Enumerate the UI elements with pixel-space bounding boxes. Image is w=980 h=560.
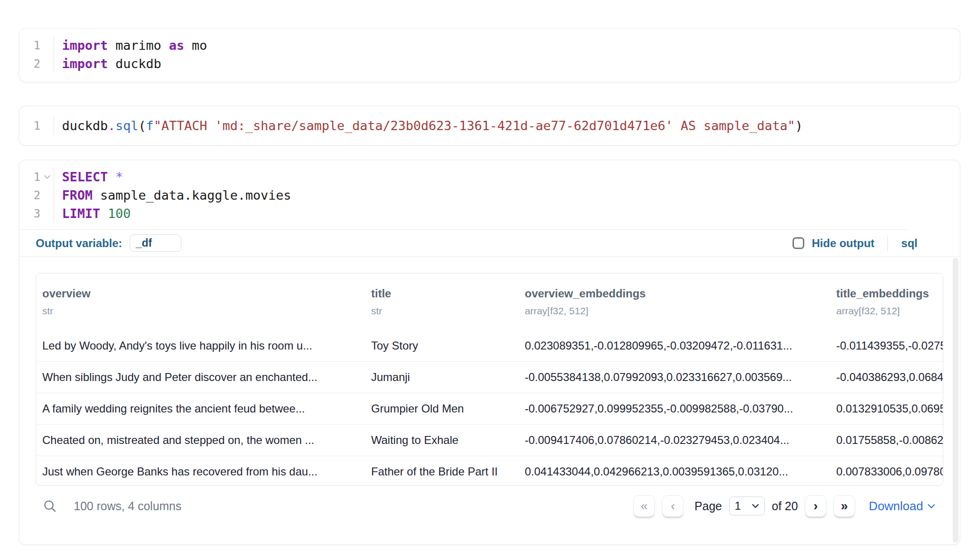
previous-page-button[interactable]: ‹	[662, 495, 684, 517]
table-cell: -0.006752927,0.099952355,-0.009982588,-0…	[519, 393, 830, 424]
table-row: Just when George Banks has recovered fro…	[36, 456, 943, 486]
line-number: 3	[34, 207, 40, 220]
page-of-label: of 20	[772, 499, 798, 513]
table-cell: A family wedding reignites the ancient f…	[36, 393, 365, 424]
table-cell: Cheated on, mistreated and stepped on, t…	[36, 425, 365, 456]
download-button[interactable]: Download	[869, 499, 935, 513]
table-cell: 0.023089351,-0.012809965,-0.03209472,-0.…	[519, 330, 830, 361]
page-select[interactable]: 1	[729, 497, 765, 515]
table-cell: Father of the Bride Part II	[365, 456, 519, 486]
code-token: LIMIT	[62, 206, 100, 221]
code-line: 2 import duckdb	[19, 54, 960, 73]
line-number: 2	[34, 189, 40, 202]
code-line: 1 duckdb.sql(f"ATTACH 'md:_share/sample_…	[19, 117, 960, 135]
sql-cell: 1 SELECT * 2 FROM sample_data.kaggle.mov…	[19, 160, 960, 545]
column-header-title-embeddings[interactable]: title_embeddings array[f32, 512]	[830, 287, 943, 330]
table-cell: -0.040386293,0.068451	[830, 362, 943, 393]
gutter: 1	[19, 36, 54, 54]
column-header-overview-embeddings[interactable]: overview_embeddings array[f32, 512]	[519, 287, 830, 330]
table-cell: 0.041433044,0.042966213,0.0039591365,0.0…	[519, 456, 830, 486]
table-row: Cheated on, mistreated and stepped on, t…	[36, 424, 943, 456]
line-number: 1	[34, 171, 40, 184]
code-line: 1 import marimo as mo	[19, 36, 960, 54]
chevron-down-icon	[752, 504, 759, 508]
table-cell: -0.009417406,0.07860214,-0.023279453,0.0…	[519, 425, 830, 456]
gutter: 1	[19, 168, 54, 186]
code-token: .	[108, 118, 116, 133]
table-cell: -0.0055384138,0.07992093,0.023316627,0.0…	[519, 362, 830, 393]
last-page-button[interactable]: »	[833, 495, 855, 517]
table-cell: Waiting to Exhale	[365, 425, 519, 456]
code-token: SELECT	[62, 170, 108, 184]
hide-output-checkbox[interactable]	[793, 237, 804, 249]
hide-output-label: Hide output	[812, 237, 874, 250]
column-header-title[interactable]: title str	[365, 287, 519, 330]
column-name: overview_embeddings	[525, 287, 830, 301]
column-type: str	[42, 305, 365, 317]
code-token: import	[62, 56, 108, 71]
code-editor[interactable]: 1 SELECT * 2 FROM sample_data.kaggle.mov…	[19, 160, 960, 223]
fold-chevron[interactable]	[40, 175, 54, 179]
code-token: sql	[116, 118, 139, 133]
code-editor[interactable]: 1 import marimo as mo 2 import duckdb	[19, 29, 960, 73]
output-variable-input[interactable]: _df	[130, 234, 181, 252]
gutter: 2	[19, 54, 54, 73]
gutter: 1	[19, 117, 54, 135]
code-token: marimo	[108, 38, 169, 53]
code-text: LIMIT 100	[54, 206, 131, 221]
page-select-value: 1	[735, 499, 741, 513]
table-cell: 0.0132910535,0.069581	[830, 393, 943, 424]
output-variable-label: Output variable:	[36, 237, 122, 250]
next-page-button[interactable]: ›	[805, 495, 826, 517]
code-text: import duckdb	[54, 56, 161, 71]
table-cell: Grumpier Old Men	[365, 393, 519, 424]
search-icon[interactable]	[43, 499, 57, 513]
code-line: 3 LIMIT 100	[19, 204, 960, 223]
code-text: import marimo as mo	[54, 38, 207, 53]
table-cell: 0.01755858,-0.00862867	[830, 425, 943, 456]
code-token: f	[146, 118, 154, 133]
code-token: sample_data.kaggle.movies	[93, 188, 291, 202]
sql-toolbar: Output variable: _df Hide output sql	[19, 230, 960, 257]
table-cell: Jumanji	[365, 362, 519, 393]
vertical-scrollbar[interactable]	[953, 258, 958, 543]
code-text: SELECT *	[54, 170, 123, 184]
first-page-button[interactable]: «	[633, 495, 655, 517]
summary-group: 100 rows, 4 columns	[43, 499, 181, 513]
column-header-overview[interactable]: overview str	[36, 287, 365, 330]
code-editor[interactable]: 1 duckdb.sql(f"ATTACH 'md:_share/sample_…	[19, 106, 960, 135]
pagination: « ‹ Page 1 of 20 › » Download	[633, 495, 935, 517]
column-name: overview	[42, 287, 365, 301]
code-line: 2 FROM sample_data.kaggle.movies	[19, 186, 960, 204]
code-text: FROM sample_data.kaggle.movies	[54, 188, 291, 202]
output-variable-value: _df	[136, 237, 152, 249]
line-number: 2	[34, 57, 40, 70]
language-label[interactable]: sql	[901, 237, 918, 250]
row-count-summary: 100 rows, 4 columns	[74, 499, 181, 513]
code-text: duckdb.sql(f"ATTACH 'md:_share/sample_da…	[54, 118, 803, 133]
column-name: title	[371, 287, 519, 301]
column-type: str	[371, 305, 519, 317]
table-row: Led by Woody, Andy's toys live happily i…	[36, 330, 943, 361]
table-header-row: overview str title str overview_embeddin…	[36, 273, 943, 330]
code-token: duckdb	[62, 118, 108, 133]
code-token	[100, 206, 108, 221]
output-divider	[19, 257, 960, 257]
code-cell-imports[interactable]: 1 import marimo as mo 2 import duckdb	[19, 28, 960, 82]
code-token: (	[139, 118, 146, 133]
code-token: FROM	[62, 188, 93, 202]
table-cell: -0.011439355,-0.027525	[830, 330, 943, 361]
code-token: )	[795, 118, 803, 133]
table-footer: 100 rows, 4 columns « ‹ Page 1 of 20 › »…	[43, 491, 935, 521]
table-cell: When siblings Judy and Peter discover an…	[36, 362, 365, 393]
hide-output-group: Hide output sql	[793, 236, 918, 251]
table-row: When siblings Judy and Peter discover an…	[36, 361, 943, 393]
column-type: array[f32, 512]	[836, 305, 943, 317]
table-row: A family wedding reignites the ancient f…	[36, 393, 943, 424]
code-token: mo	[184, 38, 207, 53]
code-token: 100	[108, 206, 131, 221]
line-number: 1	[34, 119, 40, 132]
code-token: as	[169, 38, 185, 53]
download-label: Download	[869, 499, 923, 513]
code-cell-attach[interactable]: 1 duckdb.sql(f"ATTACH 'md:_share/sample_…	[19, 106, 960, 146]
